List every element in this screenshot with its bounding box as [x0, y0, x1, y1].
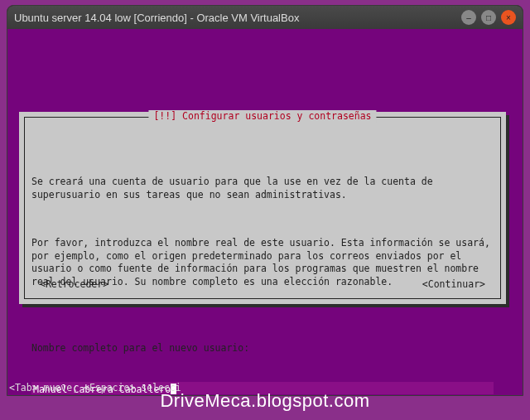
titlebar: Ubuntu server 14.04 low [Corriendo] - Or…	[7, 6, 523, 29]
close-button[interactable]: ×	[501, 10, 516, 25]
watermark-text: DriveMeca.blogspot.com	[160, 390, 369, 412]
maximize-button[interactable]: □	[481, 10, 496, 25]
nav-row: <Retroceder> <Continuar>	[40, 278, 485, 292]
minimize-button[interactable]: –	[461, 10, 476, 25]
vm-screen: [!!] Configurar usuarios y contraseñas S…	[7, 29, 523, 395]
back-button[interactable]: <Retroceder>	[40, 278, 108, 292]
vm-window: Ubuntu server 14.04 low [Corriendo] - Or…	[7, 5, 523, 396]
keyboard-hints: <Tab> mueve; <Espacio> selecci	[9, 382, 181, 393]
window-controls: – □ ×	[461, 10, 516, 25]
window-title: Ubuntu server 14.04 low [Corriendo] - Or…	[14, 12, 461, 24]
installer-dialog: [!!] Configurar usuarios y contraseñas S…	[19, 112, 506, 304]
fullname-label: Nombre completo para el nuevo usuario:	[31, 342, 494, 355]
continue-button[interactable]: <Continuar>	[422, 278, 485, 292]
dialog-text-1: Se creará una cuenta de usuario para que…	[31, 176, 494, 201]
dialog-inner: [!!] Configurar usuarios y contraseñas S…	[24, 117, 501, 299]
dialog-title: [!!] Configurar usuarios y contraseñas	[148, 110, 376, 123]
